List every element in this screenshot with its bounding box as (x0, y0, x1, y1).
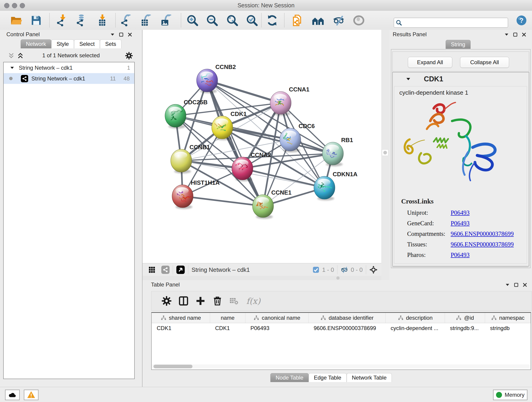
warnings-button[interactable] (24, 390, 38, 400)
vertical-splitter[interactable] (381, 30, 390, 280)
tab-node-table[interactable]: Node Table (270, 373, 309, 382)
show-columns-icon[interactable] (178, 296, 189, 306)
network-node-CCNA1[interactable] (270, 91, 291, 116)
crosslink-value-link[interactable]: P06493 (451, 251, 470, 259)
gene-collapse-icon[interactable] (405, 76, 411, 82)
network-graph[interactable]: CCNB2CCNA1CDC25BCDK1CDC6RB1CCNB1CCNA2CDK… (143, 30, 381, 263)
status-bar: Memory (0, 387, 532, 402)
tab-edge-table[interactable]: Edge Table (309, 373, 347, 382)
tab-network-table[interactable]: Network Table (347, 373, 392, 382)
network-row-selected[interactable]: String Network – cdk1 11 48 (4, 73, 134, 84)
string-home-icon[interactable] (311, 13, 325, 27)
save-session-button[interactable] (29, 13, 43, 27)
tab-string[interactable]: String (446, 40, 471, 49)
import-network-database-icon[interactable] (75, 13, 88, 27)
table-row[interactable]: CDK1CDK1P064939606.ENSP00000378699cyclin… (152, 323, 531, 333)
column-header-@id[interactable]: @id (445, 313, 485, 323)
network-node-CDC25B[interactable] (165, 104, 186, 128)
panel-close-icon[interactable] (522, 282, 527, 287)
crosslink-value-link[interactable]: P06493 (451, 209, 470, 216)
export-image-icon[interactable] (159, 13, 173, 27)
panel-collapse-icon[interactable] (110, 32, 115, 37)
expand-all-button[interactable]: Expand All (408, 57, 452, 68)
crosslink-value-link[interactable]: P06493 (451, 220, 470, 227)
refresh-icon[interactable] (265, 13, 279, 27)
column-header-name[interactable]: name (210, 313, 245, 323)
search-input[interactable] (404, 19, 508, 27)
network-options-gear-icon[interactable] (125, 52, 133, 60)
glass-ball-effect-icon[interactable] (352, 13, 366, 27)
splitter-handle[interactable] (336, 276, 340, 280)
zoom-selected-icon[interactable] (245, 13, 259, 27)
scrollbar-thumb[interactable] (153, 365, 192, 368)
network-view-title: String Network – cdk1 (191, 266, 250, 274)
network-canvas[interactable]: CCNB2CCNA1CDC25BCDK1CDC6RB1CCNB1CCNA2CDK… (143, 30, 381, 263)
table-settings-gear-icon[interactable] (162, 296, 172, 306)
panel-close-icon[interactable] (521, 32, 526, 37)
expand-all-networks-icon[interactable] (17, 52, 24, 59)
table-body: CDK1CDK1P064939606.ENSP00000378699cyclin… (152, 323, 531, 333)
zoom-in-icon[interactable] (186, 13, 199, 27)
panel-float-icon[interactable] (119, 32, 124, 37)
column-header-namespac[interactable]: namespac (485, 313, 531, 323)
import-table-icon[interactable] (95, 13, 109, 27)
share-network-icon[interactable] (161, 266, 170, 274)
open-session-button[interactable] (9, 13, 23, 27)
network-node-CCNB1[interactable] (171, 149, 192, 173)
gene-card-header[interactable]: CDK1 (393, 72, 529, 86)
column-header-description[interactable]: description (386, 313, 445, 323)
network-node-CCNB2[interactable] (196, 69, 218, 93)
column-label: shared name (169, 315, 201, 321)
fit-content-crosshair-icon[interactable] (369, 266, 378, 274)
collection-count: 1 (127, 65, 130, 71)
export-network-icon[interactable] (119, 13, 133, 27)
birdseye-view-icon[interactable] (176, 265, 185, 274)
panel-close-icon[interactable] (127, 32, 133, 37)
node-table[interactable]: shared namenamecanonical namedatabase id… (151, 312, 531, 370)
panel-collapse-icon[interactable] (505, 282, 510, 287)
table-cell: stringdb:9... (445, 323, 485, 333)
table-panel: Table Panel f(x) shared namenamecanonica… (143, 280, 532, 387)
crosslink-value-link[interactable]: 9606.ENSP00000378699 (451, 230, 514, 237)
table-horizontal-scrollbar[interactable] (152, 364, 530, 369)
cloud-status-button[interactable] (5, 390, 20, 400)
column-header-shared-name[interactable]: shared name (152, 313, 210, 323)
results-scrollbar[interactable] (392, 266, 528, 267)
string-import-icon[interactable] (291, 13, 304, 27)
network-collection-row[interactable]: String Network – cdk1 1 (4, 62, 134, 73)
import-network-file-icon[interactable] (55, 13, 69, 27)
collapse-all-button[interactable]: Collapse All (460, 57, 509, 68)
selected-checkbox-icon[interactable] (312, 266, 319, 273)
memory-button[interactable]: Memory (493, 390, 527, 400)
crosslink-value-link[interactable]: 9606.ENSP00000378699 (451, 241, 514, 248)
collection-expand-icon[interactable] (10, 65, 15, 70)
tab-sets[interactable]: Sets (100, 39, 121, 48)
network-node-CCNE1[interactable] (253, 195, 273, 219)
panel-float-icon[interactable] (513, 32, 518, 37)
add-column-icon[interactable] (196, 296, 206, 306)
tab-style[interactable]: Style (51, 39, 74, 48)
help-icon[interactable] (515, 13, 528, 27)
delete-column-icon[interactable] (212, 296, 222, 306)
table-tabs: Node TableEdge TableNetwork Table (270, 373, 392, 382)
grid-view-icon[interactable] (148, 266, 155, 273)
network-node-HIST1H1A[interactable] (172, 185, 193, 209)
zoom-fit-icon[interactable] (225, 13, 239, 27)
splitter-handle[interactable] (382, 149, 388, 156)
column-header-canonical-name[interactable]: canonical name (245, 313, 309, 323)
toolbar-search (394, 18, 508, 28)
network-node-RB1[interactable] (322, 142, 343, 166)
column-header-database-identifier[interactable]: database identifier (309, 313, 386, 323)
hide-enhanced-labels-icon[interactable] (332, 13, 346, 27)
export-table-icon[interactable] (139, 13, 153, 27)
tab-select[interactable]: Select (74, 39, 100, 48)
hidden-eye-icon[interactable] (341, 266, 348, 274)
tab-network[interactable]: Network (21, 39, 51, 48)
collapse-all-networks-icon[interactable] (8, 52, 15, 59)
zoom-out-icon[interactable] (205, 13, 219, 27)
horizontal-splitter[interactable] (143, 276, 381, 280)
network-node-CDKN1A[interactable] (314, 176, 335, 201)
panel-collapse-icon[interactable] (504, 32, 509, 37)
panel-float-icon[interactable] (514, 282, 519, 287)
network-node-CDC6[interactable] (280, 128, 301, 153)
